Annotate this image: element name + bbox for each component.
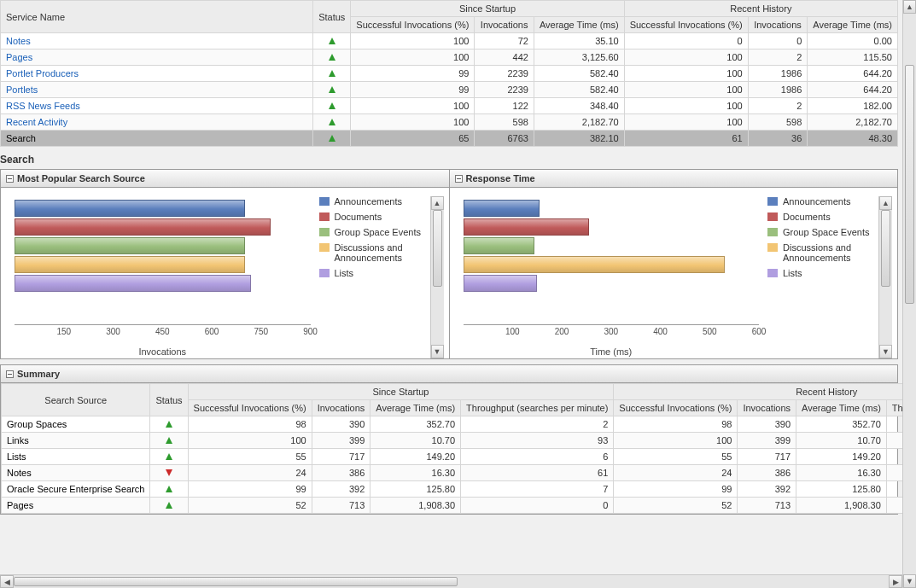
service-name-cell[interactable]: Portlets xyxy=(1,82,313,98)
table-row[interactable]: Recent Activity1005982,182.701005982,182… xyxy=(1,114,898,131)
startup-succ-pct: 98 xyxy=(188,416,312,433)
col-recent-succ-pct[interactable]: Successful Invocations (%) xyxy=(614,400,738,416)
scrollbar-thumb[interactable] xyxy=(905,65,914,304)
table-row[interactable]: Pages527131,908.300527131,908.300 xyxy=(2,498,903,514)
scroll-up-icon[interactable]: ▲ xyxy=(903,0,916,14)
table-row[interactable]: Search656763382.10613648.30 xyxy=(1,131,898,147)
recent-avg-time: 115.50 xyxy=(808,49,898,66)
legend-swatch xyxy=(319,269,330,277)
legend-label: Documents xyxy=(335,212,382,222)
col-startup-inv[interactable]: Invocations xyxy=(475,17,534,33)
table-row[interactable]: RSS News Feeds100122348.401002182.00 xyxy=(1,98,898,114)
status-up-icon xyxy=(166,502,172,509)
table-row[interactable]: Oracle Secure Enterprise Search99392125.… xyxy=(2,481,903,498)
scrollbar-thumb[interactable] xyxy=(433,210,442,287)
startup-succ-pct: 100 xyxy=(351,114,475,131)
startup-succ-pct: 100 xyxy=(351,33,475,49)
startup-avg-time: 382.10 xyxy=(534,131,624,147)
service-name-cell[interactable]: Search xyxy=(1,131,313,147)
startup-invocations: 386 xyxy=(312,465,370,481)
recent-invocations: 392 xyxy=(738,481,796,498)
scroll-up-icon[interactable]: ▲ xyxy=(431,196,444,210)
scroll-up-icon[interactable]: ▲ xyxy=(879,196,892,210)
recent-succ-pct: 61 xyxy=(624,131,748,147)
col-status[interactable]: Status xyxy=(150,384,188,416)
col-service-name[interactable]: Service Name xyxy=(1,1,313,33)
service-name-cell[interactable]: Notes xyxy=(1,33,313,49)
search-source-cell[interactable]: Lists xyxy=(2,449,150,465)
col-recent-inv[interactable]: Invocations xyxy=(738,400,796,416)
col-recent-succ-pct[interactable]: Successful Invocations (%) xyxy=(624,17,748,33)
service-name-cell[interactable]: Pages xyxy=(1,49,313,66)
bar-lists xyxy=(15,275,251,292)
scroll-down-icon[interactable]: ▼ xyxy=(903,574,916,588)
startup-avg-time: 582.40 xyxy=(534,66,624,82)
collapse-icon[interactable] xyxy=(6,370,14,378)
status-cell xyxy=(313,33,351,49)
col-recent-thru[interactable]: Throughput (searches per minute) xyxy=(886,400,902,416)
startup-invocations: 6763 xyxy=(475,131,534,147)
col-recent-avg[interactable]: Average Time (ms) xyxy=(808,17,898,33)
search-source-cell[interactable]: Notes xyxy=(2,465,150,481)
recent-invocations: 2 xyxy=(748,49,808,66)
startup-throughput: 0 xyxy=(461,498,614,514)
panel-scrollbar[interactable]: ▲ ▼ xyxy=(878,196,892,358)
recent-succ-pct: 55 xyxy=(614,449,738,465)
startup-invocations: 442 xyxy=(475,49,534,66)
legend-item: Discussions and Announcements xyxy=(319,242,430,263)
search-source-cell[interactable]: Group Spaces xyxy=(2,416,150,433)
recent-avg-time: 10.70 xyxy=(796,433,887,449)
panel-scrollbar[interactable]: ▲ ▼ xyxy=(430,196,444,358)
collapse-icon[interactable] xyxy=(6,175,14,183)
recent-succ-pct: 100 xyxy=(624,114,748,131)
table-row[interactable]: Links10039910.709310039910.7093 xyxy=(2,433,903,449)
table-row[interactable]: Notes1007235.10000.00 xyxy=(1,33,898,49)
scroll-down-icon[interactable]: ▼ xyxy=(431,345,444,358)
status-cell xyxy=(313,82,351,98)
search-source-cell[interactable]: Links xyxy=(2,433,150,449)
service-name-cell[interactable]: RSS News Feeds xyxy=(1,98,313,114)
col-startup-succ-pct[interactable]: Successful Invocations (%) xyxy=(188,400,312,416)
chart-legend: AnnouncementsDocumentsGroup Space Events… xyxy=(319,196,430,358)
legend-label: Group Space Events xyxy=(783,227,870,237)
col-search-source[interactable]: Search Source xyxy=(2,384,150,416)
table-row[interactable]: Portlet Producers992239582.401001986644.… xyxy=(1,66,898,82)
table-row[interactable]: Notes2438616.30612438616.3061 xyxy=(2,465,903,481)
collapse-icon[interactable] xyxy=(455,175,463,183)
startup-succ-pct: 99 xyxy=(351,82,475,98)
recent-succ-pct: 52 xyxy=(614,498,738,514)
recent-throughput: 93 xyxy=(886,433,902,449)
col-startup-avg[interactable]: Average Time (ms) xyxy=(370,400,461,416)
axis-tick: 200 xyxy=(555,327,569,336)
col-status[interactable]: Status xyxy=(313,1,351,33)
window-horizontal-scrollbar[interactable]: ◀ ▶ xyxy=(0,574,902,588)
window-vertical-scrollbar[interactable]: ▲ ▼ xyxy=(902,0,916,588)
col-startup-succ-pct[interactable]: Successful Invocations (%) xyxy=(351,17,475,33)
search-source-cell[interactable]: Oracle Secure Enterprise Search xyxy=(2,481,150,498)
table-row[interactable]: Portlets992239582.401001986644.20 xyxy=(1,82,898,98)
col-recent-inv[interactable]: Invocations xyxy=(748,17,808,33)
scroll-down-icon[interactable]: ▼ xyxy=(879,345,892,358)
col-startup-thru[interactable]: Throughput (searches per minute) xyxy=(461,400,614,416)
col-startup-avg[interactable]: Average Time (ms) xyxy=(534,17,624,33)
legend-swatch xyxy=(319,212,330,221)
col-recent-avg[interactable]: Average Time (ms) xyxy=(796,400,887,416)
table-row[interactable]: Lists55717149.20655717149.206 xyxy=(2,449,903,465)
legend-swatch xyxy=(767,228,778,236)
col-startup-inv[interactable]: Invocations xyxy=(312,400,370,416)
recent-avg-time: 16.30 xyxy=(796,465,887,481)
service-name-cell[interactable]: Recent Activity xyxy=(1,114,313,131)
bar-announcements xyxy=(464,200,540,217)
legend-item: Documents xyxy=(319,212,430,222)
legend-swatch xyxy=(319,228,330,236)
recent-avg-time: 0.00 xyxy=(808,33,898,49)
scrollbar-thumb[interactable] xyxy=(881,210,890,287)
service-name-cell[interactable]: Portlet Producers xyxy=(1,66,313,82)
scroll-left-icon[interactable]: ◀ xyxy=(0,575,14,588)
scroll-right-icon[interactable]: ▶ xyxy=(889,575,902,588)
startup-throughput: 7 xyxy=(461,481,614,498)
table-row[interactable]: Group Spaces98390352.70298390352.702 xyxy=(2,416,903,433)
table-row[interactable]: Pages1004423,125.601002115.50 xyxy=(1,49,898,66)
search-source-cell[interactable]: Pages xyxy=(2,498,150,514)
scrollbar-thumb[interactable] xyxy=(14,577,458,586)
